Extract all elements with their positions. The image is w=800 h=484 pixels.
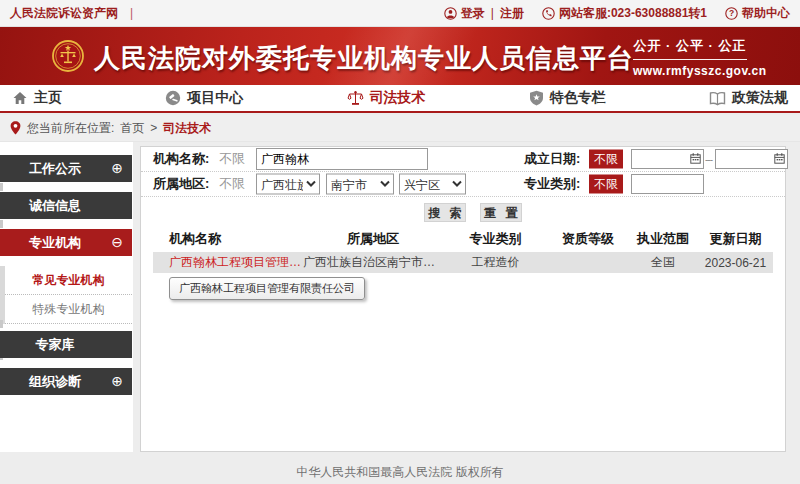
help-center-label: 帮助中心 xyxy=(742,5,790,22)
sidebar-subitem-label: 常见专业机构 xyxy=(33,273,105,287)
region-any-option[interactable]: 不限 xyxy=(219,175,245,193)
sidebar-item-expert-library[interactable]: 专家库 xyxy=(0,331,132,358)
nav-label: 主页 xyxy=(34,89,62,107)
sidebar-subitem-label: 特殊专业机构 xyxy=(33,302,105,316)
nav-label: 政策法规 xyxy=(732,89,788,107)
breadcrumb-home[interactable]: 首页 xyxy=(120,120,144,137)
category-input[interactable] xyxy=(631,174,704,194)
sidebar-divider-tick xyxy=(0,320,3,328)
nav-item-special-column[interactable]: 特色专栏 xyxy=(529,85,606,111)
breadcrumb-current[interactable]: 司法技术 xyxy=(163,120,211,137)
court-emblem-logo xyxy=(52,40,84,72)
nav-item-home[interactable]: 主页 xyxy=(12,85,62,111)
breadcrumb-separator: > xyxy=(150,121,157,135)
search-form-row-2: 所属地区: 不限 广西壮族自治区 南宁市 兴宁区 专业类别: 不限 xyxy=(141,172,785,197)
sidebar-item-org-diagnosis[interactable]: 组织诊断 ⊕ xyxy=(0,368,132,395)
founding-date-any-option[interactable]: 不限 xyxy=(589,150,623,169)
header-updated: 更新日期 xyxy=(698,226,773,252)
platform-title: 人民法院对外委托专业机构专业人员信息平台 xyxy=(94,41,634,76)
shield-star-icon xyxy=(529,90,544,106)
header-grade: 资质等级 xyxy=(548,226,628,252)
topbar-divider: | xyxy=(130,6,133,20)
service-phone-label: 网站客服:023-63088881转1 xyxy=(559,5,707,22)
svg-text:?: ? xyxy=(729,8,734,18)
slogan-block: 公开 · 公平 · 公正 www.rmfysszc.gov.cn xyxy=(633,37,747,78)
page: 人民法院诉讼资产网 | 登录 | 注册 网站客服:023-63088881转1 xyxy=(0,0,800,484)
user-icon xyxy=(444,7,457,20)
header-org-name: 机构名称 xyxy=(153,226,303,252)
help-center[interactable]: ? 帮助中心 xyxy=(725,5,790,22)
phone-icon xyxy=(542,7,555,20)
login-register-divider: | xyxy=(491,6,494,20)
search-button[interactable]: 搜 索 xyxy=(424,203,466,222)
slogan-text: 公开 · 公平 · 公正 xyxy=(633,37,747,60)
nav-label: 项目中心 xyxy=(187,89,243,107)
sidebar-item-professional-orgs[interactable]: 专业机构 ⊖ xyxy=(0,229,132,256)
org-name-input[interactable] xyxy=(256,148,428,170)
cell-category: 工程造价 xyxy=(443,252,548,273)
nav-label: 司法技术 xyxy=(370,89,426,107)
location-pin-icon xyxy=(10,121,21,135)
cell-scope: 全国 xyxy=(628,252,698,273)
breadcrumb: 您当前所在位置: 首页 > 司法技术 xyxy=(0,115,800,142)
scales-icon xyxy=(347,90,364,107)
city-select[interactable]: 南宁市 xyxy=(326,174,394,195)
main-nav: 主页 项目中心 司法技术 xyxy=(0,85,800,113)
sidebar-menu: 工作公示 ⊕ 诚信信息 专业机构 ⊖ 常见专业机构 特殊专业机构 专家库 组织诊… xyxy=(0,155,132,405)
district-select[interactable]: 兴宁区 xyxy=(399,174,466,195)
service-phone[interactable]: 网站客服:023-63088881转1 xyxy=(542,5,707,22)
project-center-icon xyxy=(165,90,181,106)
content-panel: 机构名称: 不限 成立日期: 不限 --- xyxy=(140,146,786,452)
expand-icon[interactable]: ⊕ xyxy=(111,155,123,182)
sidebar-subitem-special-orgs[interactable]: 特殊专业机构 xyxy=(5,295,132,324)
copyright-text: 中华人民共和国最高人民法院 版权所有 xyxy=(296,465,503,479)
nav-label: 特色专栏 xyxy=(550,89,606,107)
header-category: 专业类别 xyxy=(443,226,548,252)
category-any-option[interactable]: 不限 xyxy=(589,175,623,194)
calendar-icon[interactable] xyxy=(690,153,701,164)
cell-grade xyxy=(548,252,628,273)
site-name-link[interactable]: 人民法院诉讼资产网 xyxy=(10,5,118,22)
collapse-icon[interactable]: ⊖ xyxy=(111,229,123,256)
help-icon: ? xyxy=(725,7,738,20)
table-header-row: 机构名称 所属地区 专业类别 资质等级 执业范围 更新日期 xyxy=(153,226,773,252)
results-table: 机构名称 所属地区 专业类别 资质等级 执业范围 更新日期 广西翰林工程项目管理… xyxy=(153,226,773,273)
reset-button[interactable]: 重 置 xyxy=(480,203,522,222)
top-utility-bar: 人民法院诉讼资产网 | 登录 | 注册 网站客服:023-63088881转1 xyxy=(0,0,800,27)
expand-icon[interactable]: ⊕ xyxy=(111,368,123,395)
sidebar-submenu: 常见专业机构 特殊专业机构 xyxy=(0,266,132,324)
site-url: www.rmfysszc.gov.cn xyxy=(633,60,747,78)
cell-region: 广西壮族自治区南宁市兴宁区 xyxy=(303,252,443,273)
sidebar-item-work-publicity[interactable]: 工作公示 ⊕ xyxy=(0,155,132,182)
founding-date-label: 成立日期: xyxy=(524,150,580,168)
sidebar-item-label: 组织诊断 xyxy=(29,374,81,389)
nav-item-project-center[interactable]: 项目中心 xyxy=(165,85,243,111)
header-region: 所属地区 xyxy=(303,226,443,252)
form-buttons: 搜 索 重 置 xyxy=(141,197,785,226)
table-row: 广西翰林工程项目管理有限责任... 广西壮族自治区南宁市兴宁区 工程造价 全国 … xyxy=(153,252,773,273)
category-label: 专业类别: xyxy=(524,175,580,193)
search-form-row-1: 机构名称: 不限 成立日期: 不限 --- xyxy=(141,147,785,172)
sidebar-item-label: 专家库 xyxy=(36,337,75,352)
sidebar-subitem-common-orgs[interactable]: 常见专业机构 xyxy=(5,266,132,295)
org-name-label: 机构名称: xyxy=(153,150,209,168)
sidebar-divider-tick xyxy=(0,220,3,228)
book-icon xyxy=(709,91,726,106)
nav-item-policy[interactable]: 政策法规 xyxy=(709,85,788,111)
region-label: 所属地区: xyxy=(153,175,209,193)
sidebar-item-label: 工作公示 xyxy=(29,161,81,176)
sidebar-item-label: 诚信信息 xyxy=(29,198,81,213)
login-register-group: 登录 | 注册 xyxy=(444,5,524,22)
register-link[interactable]: 注册 xyxy=(500,5,524,22)
org-name-tooltip: 广西翰林工程项目管理有限责任公司 xyxy=(169,277,365,300)
sidebar-item-label: 专业机构 xyxy=(29,235,81,250)
home-icon xyxy=(12,90,28,106)
sidebar-item-integrity-info[interactable]: 诚信信息 xyxy=(0,192,132,219)
cell-org-name-link[interactable]: 广西翰林工程项目管理有限责任... xyxy=(153,252,303,273)
calendar-icon[interactable] xyxy=(774,153,785,164)
org-name-any-option[interactable]: 不限 xyxy=(219,150,245,168)
nav-item-judicial-technology[interactable]: 司法技术 xyxy=(347,85,426,111)
cell-updated: 2023-06-21 xyxy=(698,252,773,273)
login-link[interactable]: 登录 xyxy=(461,5,485,22)
province-select[interactable]: 广西壮族自治区 xyxy=(256,174,320,195)
